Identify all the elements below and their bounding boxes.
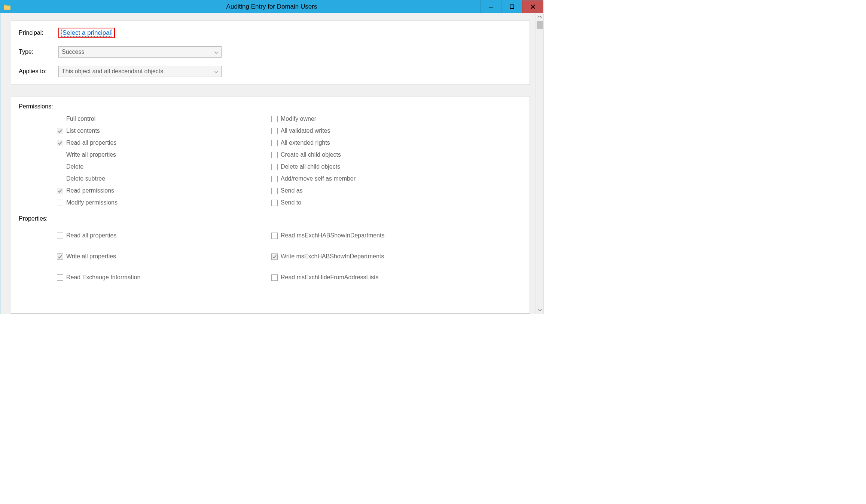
checkbox[interactable] [57, 200, 63, 206]
checkbox[interactable] [271, 233, 278, 239]
checkbox[interactable] [271, 164, 278, 170]
checkbox-label: Create all child objects [281, 151, 341, 158]
checkbox-label: Write all properties [66, 253, 116, 260]
checkbox-row: Modify permissions [57, 197, 271, 209]
checkbox-label: List contents [66, 127, 100, 134]
checkbox-row: Read msExchHABShowInDepartments [271, 225, 486, 246]
checkbox-row: List contents [57, 125, 271, 137]
checkbox-label: Full control [66, 116, 95, 122]
checkbox-label: Read permissions [66, 187, 114, 194]
checkbox-row: Delete subtree [57, 173, 271, 185]
checkbox[interactable] [57, 188, 63, 194]
checkbox[interactable] [271, 140, 278, 146]
checkbox[interactable] [271, 176, 278, 182]
checkbox-row: All validated writes [271, 125, 486, 137]
applies-to-combo-value: This object and all descendant objects [62, 68, 163, 75]
checkbox-label: All validated writes [281, 127, 330, 134]
checkbox[interactable] [57, 140, 63, 146]
close-button[interactable] [522, 0, 543, 13]
type-combo[interactable]: Success [58, 46, 222, 58]
scroll-thumb[interactable] [537, 21, 543, 29]
chevron-down-icon [214, 49, 218, 55]
folder-icon [3, 3, 11, 10]
checkbox-row: Delete [57, 161, 271, 173]
checkbox-label: Send to [281, 199, 301, 206]
properties-grid: Read all propertiesWrite all propertiesR… [57, 225, 522, 288]
checkbox-row: Delete all child objects [271, 161, 486, 173]
client-area: Principal: Select a principal Type: Succ… [0, 13, 543, 314]
checkbox[interactable] [57, 164, 63, 170]
checkbox[interactable] [271, 152, 278, 158]
permissions-grid: Full controlList contentsRead all proper… [57, 113, 522, 209]
checkbox-label: Add/remove self as member [281, 175, 356, 182]
checkbox[interactable] [271, 128, 278, 134]
scroll-down-button[interactable] [536, 306, 543, 314]
chevron-down-icon [214, 68, 218, 75]
checkbox-label: All extended rights [281, 139, 330, 146]
type-label: Type: [19, 49, 58, 55]
checkbox-row: Send to [271, 197, 486, 209]
permissions-heading: Permissions: [19, 103, 522, 110]
checkbox-row: Send as [271, 185, 486, 197]
vertical-scrollbar[interactable] [536, 13, 543, 314]
window-title: Auditing Entry for Domain Users [226, 3, 317, 10]
checkbox-row: All extended rights [271, 137, 486, 149]
checkbox-row: Write msExchHABShowInDepartments [271, 246, 486, 267]
checkbox[interactable] [57, 253, 63, 260]
checkbox-row: Read all properties [57, 137, 271, 149]
checkbox[interactable] [271, 253, 278, 260]
checkbox[interactable] [271, 274, 278, 281]
scroll-up-button[interactable] [536, 13, 543, 21]
checkbox-row: Modify owner [271, 113, 486, 125]
auditing-entry-window: Auditing Entry for Domain Users Principa… [0, 0, 543, 314]
checkbox-row: Write all properties [57, 149, 271, 161]
permissions-panel: Permissions: Full controlList contentsRe… [11, 96, 530, 314]
checkbox-label: Write all properties [66, 151, 116, 158]
checkbox-row: Read permissions [57, 185, 271, 197]
checkbox-row: Write all properties [57, 246, 271, 267]
checkbox-label: Read all properties [66, 232, 116, 239]
checkbox-label: Read msExchHABShowInDepartments [281, 232, 384, 239]
checkbox-row: Read all properties [57, 225, 271, 246]
applies-to-label: Applies to: [19, 68, 58, 75]
svg-rect-1 [510, 5, 514, 9]
checkbox[interactable] [57, 128, 63, 134]
properties-heading: Properties: [19, 215, 522, 222]
checkbox-label: Delete all child objects [281, 163, 340, 170]
checkbox-label: Modify owner [281, 116, 316, 122]
checkbox[interactable] [57, 116, 63, 122]
checkbox-label: Send as [281, 187, 303, 194]
checkbox-label: Delete subtree [66, 175, 105, 182]
checkbox-label: Write msExchHABShowInDepartments [281, 253, 384, 260]
principal-label: Principal: [19, 30, 58, 36]
minimize-button[interactable] [480, 0, 501, 13]
applies-to-combo[interactable]: This object and all descendant objects [58, 66, 222, 77]
checkbox[interactable] [271, 200, 278, 206]
select-principal-link[interactable]: Select a principal [61, 29, 112, 37]
checkbox[interactable] [57, 176, 63, 182]
checkbox-label: Read Exchange Information [66, 274, 140, 281]
checkbox-row: Full control [57, 113, 271, 125]
checkbox-row: Read Exchange Information [57, 267, 271, 288]
titlebar: Auditing Entry for Domain Users [0, 0, 543, 13]
checkbox[interactable] [271, 116, 278, 122]
checkbox[interactable] [57, 152, 63, 158]
principal-link-highlight: Select a principal [58, 28, 115, 38]
checkbox-row: Create all child objects [271, 149, 486, 161]
checkbox[interactable] [57, 233, 63, 239]
checkbox[interactable] [271, 188, 278, 194]
principal-panel: Principal: Select a principal Type: Succ… [11, 21, 530, 85]
checkbox-label: Read msExchHideFromAddressLists [281, 274, 378, 281]
checkbox-row: Read msExchHideFromAddressLists [271, 267, 486, 288]
checkbox[interactable] [57, 274, 63, 281]
checkbox-label: Modify permissions [66, 199, 118, 206]
svg-rect-0 [489, 7, 493, 7]
content-wrap: Principal: Select a principal Type: Succ… [0, 13, 536, 314]
window-controls [480, 0, 543, 13]
type-combo-value: Success [62, 49, 84, 55]
maximize-button[interactable] [501, 0, 522, 13]
checkbox-label: Delete [66, 163, 83, 170]
checkbox-row: Add/remove self as member [271, 173, 486, 185]
checkbox-label: Read all properties [66, 139, 116, 146]
